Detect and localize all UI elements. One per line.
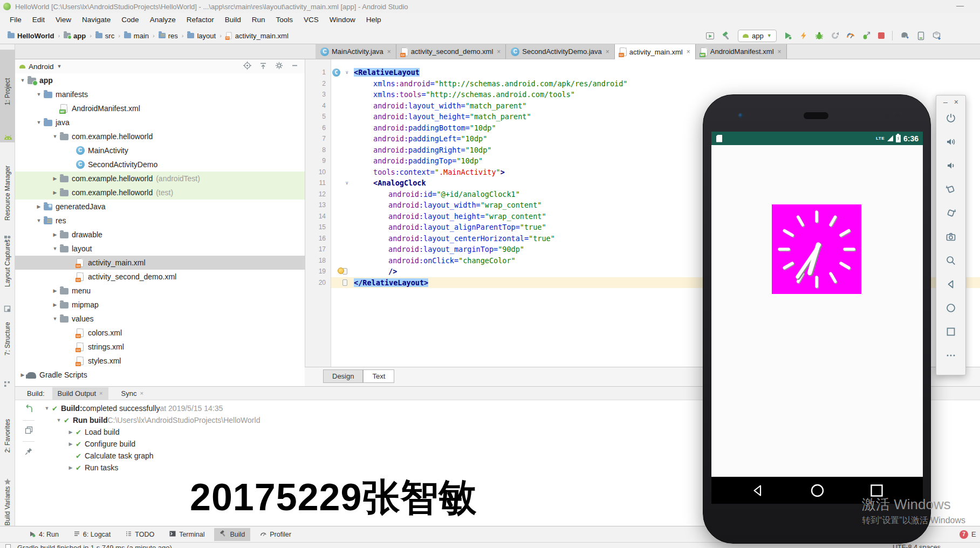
tree-item-res[interactable]: ▼res — [15, 214, 305, 228]
home-nav-button[interactable] — [810, 483, 825, 498]
minimize-button[interactable]: — — [956, 1, 964, 10]
emulator-overview-button[interactable] — [936, 320, 965, 344]
statusbar-item-build[interactable]: Build — [214, 528, 250, 541]
run-button[interactable] — [784, 31, 792, 40]
collapse-all-icon[interactable] — [259, 62, 267, 71]
overview-nav-button[interactable] — [869, 483, 884, 498]
breadcrumb-item-helloworld[interactable]: HelloWorld — [8, 32, 54, 40]
project-view-selector[interactable]: Android — [29, 63, 54, 71]
pin-icon[interactable] — [25, 447, 33, 457]
menu-item-help[interactable]: Help — [361, 13, 387, 27]
statusbar-item-profiler[interactable]: Profiler — [255, 529, 297, 541]
tree-item-manifests[interactable]: ▼manifests — [15, 87, 305, 101]
tree-item-com-example-helloworld[interactable]: ▼com.example.helloworld — [15, 129, 305, 143]
tree-item-java[interactable]: ▼java — [15, 115, 305, 129]
tree-chevron-icon[interactable]: ▶ — [51, 232, 59, 237]
menu-item-window[interactable]: Window — [324, 13, 361, 27]
tree-chevron-icon[interactable]: ▶ — [35, 204, 43, 209]
emulator-more-button[interactable] — [936, 344, 965, 367]
stop-button[interactable] — [878, 32, 885, 39]
close-icon[interactable]: × — [606, 48, 609, 56]
tree-item-secondactivitydemo[interactable]: CSecondActivityDemo — [15, 157, 305, 172]
target-icon[interactable] — [243, 61, 251, 71]
tree-chevron-icon[interactable]: ▶ — [51, 302, 59, 307]
tree-item-colors-xml[interactable]: <>colors.xml — [15, 326, 305, 340]
menu-item-refactor[interactable]: Refactor — [181, 13, 220, 27]
sidebar-item-layout-captures[interactable]: Layout Captures — [4, 239, 11, 287]
tree-item-values[interactable]: ▼values — [15, 312, 305, 326]
tree-item-generatedjava[interactable]: ▶generatedJava — [15, 200, 305, 214]
statusbar-item-4-run[interactable]: 4: Run — [24, 529, 64, 541]
event-log-label[interactable]: E — [971, 530, 976, 538]
tree-chevron-icon[interactable]: ▼ — [43, 406, 51, 411]
emulator-zoom-button[interactable] — [936, 249, 965, 272]
tree-item-activity_main-xml[interactable]: <>activity_main.xml — [15, 256, 305, 270]
sdk-manager-button[interactable] — [932, 31, 942, 40]
gear-icon[interactable] — [275, 61, 283, 71]
code-line[interactable]: 2xmlns:android="http://schemas.android.c… — [305, 78, 980, 90]
debug-button[interactable] — [815, 31, 824, 40]
sidebar-item-build-variants[interactable]: Build Variants — [4, 486, 11, 525]
tree-chevron-icon[interactable]: ▶ — [51, 288, 59, 293]
tree-item-androidmanifest-xml[interactable]: MFAndroidManifest.xml — [15, 101, 305, 115]
emulator-back-button[interactable] — [936, 272, 965, 296]
menu-item-file[interactable]: File — [4, 13, 27, 27]
attach-debugger-button[interactable] — [831, 31, 839, 40]
close-icon[interactable]: × — [778, 48, 782, 56]
build-output-row[interactable]: ▶✔Load build — [43, 426, 260, 438]
hammer-button[interactable] — [722, 31, 731, 40]
tree-item-com-example-helloworld[interactable]: ▶com.example.helloworld(test) — [15, 186, 305, 200]
tree-item-com-example-helloworld[interactable]: ▶com.example.helloworld(androidTest) — [15, 172, 305, 186]
code-line[interactable]: 1C∨<RelativeLayout — [305, 67, 980, 78]
breadcrumb-item-main[interactable]: main — [124, 32, 149, 40]
avd-manager-button[interactable] — [917, 31, 925, 40]
tree-item-mainactivity[interactable]: CMainActivity — [15, 143, 305, 157]
tree-chevron-icon[interactable]: ▶ — [51, 190, 59, 195]
tree-chevron-icon[interactable]: ▶ — [67, 465, 74, 470]
statusbar-item-6-logcat[interactable]: 6: Logcat — [68, 529, 116, 540]
tree-item-menu[interactable]: ▶menu — [15, 284, 305, 298]
breadcrumb-item-res[interactable]: res — [159, 32, 178, 40]
menu-item-build[interactable]: Build — [220, 13, 246, 27]
emulator-power-button[interactable] — [936, 106, 965, 130]
close-icon[interactable]: × — [687, 48, 690, 56]
tab-secondactivitydemo-java[interactable]: CSecondActivityDemo.java× — [506, 44, 614, 59]
analog-clock-widget[interactable] — [772, 204, 861, 294]
emulator-volume-up-button[interactable] — [936, 130, 965, 154]
emulator-close-button[interactable]: × — [954, 98, 958, 106]
mode-tab-text[interactable]: Text — [363, 369, 394, 383]
app-content-area[interactable] — [711, 145, 923, 477]
intention-bulb-icon[interactable] — [338, 268, 344, 274]
menu-item-tools[interactable]: Tools — [271, 13, 299, 27]
back-nav-button[interactable] — [750, 483, 765, 498]
tree-item-activity_second_demo-xml[interactable]: <>activity_second_demo.xml — [15, 270, 305, 284]
tree-item-styles-xml[interactable]: <>styles.xml — [15, 354, 305, 368]
emulator-camera-button[interactable] — [936, 225, 965, 249]
tree-chevron-icon[interactable]: ▼ — [51, 134, 59, 139]
tree-item-layout[interactable]: ▼layout — [15, 242, 305, 256]
run-window-button[interactable] — [705, 31, 715, 40]
tree-chevron-icon[interactable]: ▶ — [67, 429, 74, 435]
build-output-row[interactable]: ▶✔Run tasks — [43, 462, 260, 474]
menu-item-run[interactable]: Run — [246, 13, 271, 27]
tree-chevron-icon[interactable]: ▼ — [35, 120, 43, 125]
tree-chevron-icon[interactable]: ▶ — [51, 176, 59, 181]
breadcrumb-item-layout[interactable]: layout — [187, 32, 216, 40]
tab-mainactivity-java[interactable]: CMainActivity.java× — [316, 44, 396, 59]
sidebar-item-2-favorites[interactable]: 2: Favorites — [4, 419, 11, 453]
build-output-row[interactable]: ▼✔Build: completed successfully at 2019/… — [43, 402, 260, 414]
emulator-rotate-left-button[interactable] — [936, 177, 965, 201]
fold-icon[interactable]: ∨ — [346, 67, 348, 78]
run-configuration-chooser[interactable]: app▼ — [738, 30, 777, 42]
close-icon[interactable]: × — [387, 48, 391, 56]
tree-chevron-icon[interactable]: ▼ — [18, 78, 27, 83]
emulator-volume-down-button[interactable] — [936, 154, 965, 177]
tab-androidmanifest-xml[interactable]: MFAndroidManifest.xml× — [696, 44, 787, 59]
tree-item-app[interactable]: ▼app — [15, 73, 305, 87]
tree-item-drawable[interactable]: ▶drawable — [15, 228, 305, 242]
close-icon[interactable]: × — [140, 390, 143, 396]
hide-icon[interactable] — [291, 62, 298, 71]
emulator-rotate-right-button[interactable] — [936, 201, 965, 225]
tree-chevron-icon[interactable]: ▼ — [55, 417, 63, 423]
build-tab-sync[interactable]: Sync× — [116, 387, 149, 400]
